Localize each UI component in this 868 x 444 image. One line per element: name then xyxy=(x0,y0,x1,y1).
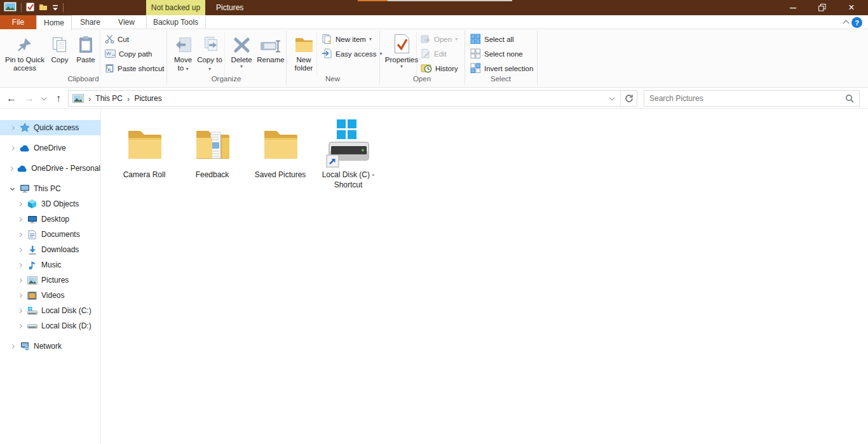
copy-button[interactable]: Copy xyxy=(48,31,71,64)
folder-item-saved-pictures[interactable]: Saved Pictures xyxy=(247,118,314,180)
chevron-right-icon[interactable] xyxy=(17,218,23,221)
pictures-icon xyxy=(27,276,37,285)
invert-selection-button[interactable]: Invert selection xyxy=(470,62,533,75)
copy-to-icon xyxy=(200,31,219,54)
sidebar-item-onedrive[interactable]: OneDrive xyxy=(0,140,100,156)
cut-button[interactable]: Cut xyxy=(105,33,129,46)
easy-access-button[interactable]: Easy access ▾ xyxy=(322,48,383,60)
tab-share[interactable]: Share xyxy=(72,15,109,29)
delete-button[interactable]: Delete ▾ xyxy=(227,31,255,69)
search-box xyxy=(644,90,860,107)
chevron-right-icon[interactable] xyxy=(9,126,15,130)
local-disk-shortcut-icon xyxy=(315,118,382,169)
top-edge-strip-orange xyxy=(358,0,388,1)
sidebar-item-this-pc[interactable]: This PC xyxy=(0,181,100,196)
qat-new-folder-icon[interactable] xyxy=(39,2,48,13)
up-icon[interactable]: ↑ xyxy=(51,88,66,109)
properties-button[interactable]: Properties ▾ xyxy=(385,31,418,69)
chevron-right-icon[interactable] xyxy=(17,309,23,313)
search-input[interactable] xyxy=(644,94,840,103)
sidebar-item-local-disk-c[interactable]: Local Disk (C:) xyxy=(0,303,100,318)
chevron-right-icon[interactable] xyxy=(9,167,13,170)
sidebar-item-local-disk-d[interactable]: Local Disk (D:) xyxy=(0,318,100,333)
folder-icon xyxy=(111,118,178,169)
select-none-button[interactable]: Select none xyxy=(470,48,523,60)
chevron-right-icon[interactable] xyxy=(17,325,23,328)
sidebar-item-onedrive-personal[interactable]: OneDrive - Personal xyxy=(0,161,100,176)
qat-properties-icon[interactable] xyxy=(26,2,34,14)
copy-to-button[interactable]: Copy to ▾ xyxy=(197,31,222,72)
paste-button[interactable]: Paste xyxy=(72,31,99,64)
chevron-right-icon[interactable] xyxy=(17,294,23,297)
sidebar-item-music[interactable]: Music xyxy=(0,257,100,272)
chevron-right-icon[interactable] xyxy=(17,279,23,282)
move-to-button[interactable]: Move to ▾ xyxy=(170,31,196,72)
chevron-down-icon[interactable] xyxy=(9,188,15,190)
local-disk-d-icon xyxy=(27,322,37,330)
chevron-right-icon[interactable] xyxy=(9,147,15,150)
sidebar-item-documents[interactable]: Documents xyxy=(0,227,100,242)
address-dropdown-chevron-icon[interactable] xyxy=(604,91,620,106)
folder-with-files-icon xyxy=(179,118,246,169)
paste-shortcut-button[interactable]: Paste shortcut xyxy=(105,62,165,75)
close-button[interactable]: × xyxy=(837,0,866,15)
sidebar-item-quick-access[interactable]: Quick access xyxy=(0,120,100,135)
main-area: Quick access OneDrive OneDrive - Persona… xyxy=(0,109,868,444)
sidebar-item-network[interactable]: Network xyxy=(0,339,100,354)
folder-item-feedback[interactable]: Feedback xyxy=(179,118,246,180)
breadcrumb-this-pc[interactable]: This PC xyxy=(95,94,123,103)
collapse-ribbon-chevron-icon[interactable] xyxy=(842,19,850,25)
dropdown-caret-icon: ▾ xyxy=(208,66,211,72)
edit-button[interactable]: Edit xyxy=(421,48,447,60)
chevron-right-icon[interactable] xyxy=(17,233,23,236)
drive-shortcut-item[interactable]: Local Disk (C) - Shortcut xyxy=(315,118,382,190)
chevron-right-icon[interactable] xyxy=(17,248,23,252)
folder-item-camera-roll[interactable]: Camera Roll xyxy=(111,118,178,180)
dropdown-caret-icon: ▾ xyxy=(400,64,403,69)
sidebar-item-3d-objects[interactable]: 3D Objects xyxy=(0,196,100,212)
sidebar-item-pictures[interactable]: Pictures xyxy=(0,272,100,288)
recent-locations-chevron-icon[interactable] xyxy=(38,88,50,109)
downloads-arrow-icon xyxy=(27,245,37,255)
help-button[interactable]: ? xyxy=(851,17,862,28)
select-all-button[interactable]: Select all xyxy=(470,33,514,46)
tab-home[interactable]: Home xyxy=(36,15,72,30)
dropdown-caret-icon: ▾ xyxy=(455,37,458,42)
copy-path-button[interactable]: Copy path xyxy=(105,48,152,60)
onedrive-cloud-icon xyxy=(17,165,27,172)
history-icon xyxy=(421,63,432,74)
scissors-icon xyxy=(105,34,114,45)
restore-button[interactable] xyxy=(808,0,837,15)
pin-to-quick-access-button[interactable]: Pin to Quick access xyxy=(4,31,46,72)
tab-view[interactable]: View xyxy=(109,15,144,29)
sidebar-item-videos[interactable]: Videos xyxy=(0,288,100,303)
history-button[interactable]: History xyxy=(421,62,458,75)
pushpin-icon xyxy=(17,31,33,54)
open-button[interactable]: Open ▾ xyxy=(421,33,458,46)
qat-customize-caret-icon[interactable] xyxy=(52,2,58,13)
chevron-right-icon[interactable] xyxy=(17,203,23,206)
sidebar-divider[interactable] xyxy=(100,109,101,444)
sidebar-item-downloads[interactable]: Downloads xyxy=(0,242,100,257)
properties-icon xyxy=(393,31,410,54)
new-folder-button[interactable]: New folder xyxy=(290,31,318,72)
tab-file[interactable]: File xyxy=(0,15,36,29)
group-label-clipboard: Clipboard xyxy=(0,75,166,85)
top-edge-strip-gray xyxy=(388,0,512,1)
new-item-button[interactable]: New item ▾ xyxy=(322,33,372,46)
minimize-button[interactable] xyxy=(778,0,808,15)
local-disk-c-icon xyxy=(27,307,37,315)
chevron-right-icon[interactable] xyxy=(17,264,23,267)
tab-backup-tools[interactable]: Backup Tools xyxy=(146,15,205,29)
chevron-right-icon[interactable] xyxy=(9,345,15,348)
sidebar-item-desktop[interactable]: Desktop xyxy=(0,212,100,227)
rename-button[interactable]: Rename xyxy=(255,31,286,64)
forward-icon[interactable]: → xyxy=(22,88,37,109)
select-none-icon xyxy=(470,48,481,60)
search-icon[interactable] xyxy=(840,94,859,103)
music-note-icon xyxy=(27,260,37,270)
back-icon[interactable]: ← xyxy=(4,88,19,109)
breadcrumb-pictures[interactable]: Pictures xyxy=(134,94,161,103)
refresh-icon[interactable] xyxy=(620,91,637,106)
address-bar[interactable]: › This PC › Pictures xyxy=(68,90,637,107)
